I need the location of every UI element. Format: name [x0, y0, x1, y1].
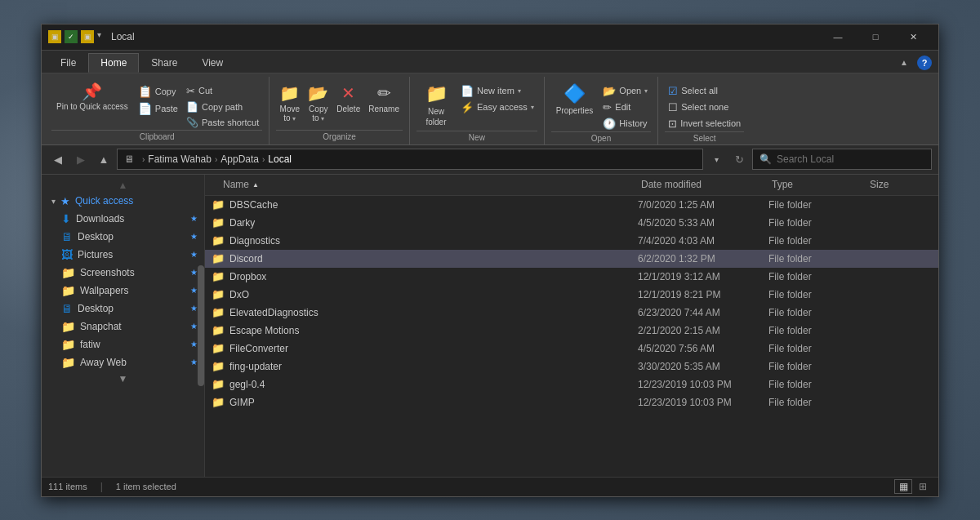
history-icon: 🕐 [603, 118, 616, 130]
copy-button[interactable]: 📋 Copy [135, 83, 181, 100]
ribbon-tabs: File Home Share View ▲ ? [42, 51, 938, 73]
sidebar-item-downloads[interactable]: ⬇ Downloads ★ [42, 210, 204, 228]
table-row[interactable]: 📁 GIMP 12/23/2019 10:03 PM File folder [205, 393, 938, 411]
file-name-text: DBSCache [229, 199, 278, 211]
invert-selection-button[interactable]: ⊡ Invert selection [665, 116, 744, 131]
sidebar-item-desktop-2[interactable]: 🖥 Desktop ★ [42, 300, 204, 318]
history-button[interactable]: 🕐 History [599, 116, 651, 131]
refresh-button[interactable]: ↻ [729, 149, 749, 169]
view-details-button[interactable]: ▦ [894, 479, 912, 494]
edit-button[interactable]: ✏ Edit [599, 100, 651, 115]
properties-button[interactable]: 🔷 Properties [551, 80, 599, 118]
table-row[interactable]: 📁 Dropbox 12/1/2019 3:12 AM File folder [205, 268, 938, 286]
col-name-sort: ▲ [252, 181, 259, 189]
table-row[interactable]: 📁 DBSCache 7/0/2020 1:25 AM File folder [205, 196, 938, 214]
paste-shortcut-label: Paste shortcut [202, 118, 259, 127]
sidebar-item-away-web[interactable]: 📁 Away Web ★ [42, 353, 204, 371]
properties-label: Properties [556, 106, 594, 115]
easy-access-button[interactable]: ⚡ Easy access ▾ [457, 100, 537, 115]
file-type: File folder [768, 325, 866, 336]
sidebar-item-pictures[interactable]: 🖼 Pictures ★ [42, 246, 204, 264]
copy-label: Copy [155, 87, 176, 96]
table-row[interactable]: 📁 DxO 12/1/2019 8:21 PM File folder [205, 286, 938, 304]
view-large-icons-button[interactable]: ⊞ [914, 479, 932, 494]
rename-button[interactable]: ✏ Rename [365, 80, 403, 117]
path-segment-2[interactable]: AppData [220, 153, 259, 165]
select-all-button[interactable]: ☑ Select all [665, 83, 744, 99]
cut-label: Cut [198, 86, 212, 96]
file-name-text: Dropbox [229, 271, 266, 282]
path-dropdown-button[interactable]: ▾ [706, 149, 726, 169]
table-row[interactable]: 📁 gegl-0.4 12/23/2019 10:03 PM File fold… [205, 376, 938, 393]
selection-status: 1 item selected [116, 482, 176, 491]
address-path[interactable]: 🖥 › Fatima Wahab › AppData › Local [117, 149, 703, 170]
sidebar-scroll-up[interactable]: ▲ [42, 178, 204, 193]
paste-shortcut-button[interactable]: 📎 Paste shortcut [183, 115, 262, 130]
col-header-date[interactable]: Date modified [638, 179, 768, 190]
table-row[interactable]: 📁 ElevatedDiagnostics 6/23/2020 7:44 AM … [205, 304, 938, 322]
col-header-name[interactable]: Name ▲ [220, 179, 638, 190]
search-box[interactable]: 🔍 [752, 149, 932, 170]
ribbon-collapse-button[interactable]: ▲ [894, 53, 914, 73]
breadcrumb-home-icon: 🖥 [124, 153, 134, 165]
select-group: ☑ Select all ☐ Select none ⊡ Invert sele… [658, 77, 751, 144]
search-input[interactable] [777, 153, 924, 165]
sidebar-item-wallpapers[interactable]: 📁 Wallpapers ★ [42, 282, 204, 300]
tab-view[interactable]: View [189, 53, 235, 73]
tab-share[interactable]: Share [139, 53, 189, 73]
close-button[interactable]: ✕ [894, 24, 932, 50]
rename-label: Rename [368, 104, 399, 113]
forward-button[interactable]: ▶ [71, 149, 91, 169]
col-header-type[interactable]: Type [768, 179, 866, 190]
table-row[interactable]: 📁 FileConverter 4/5/2020 7:56 AM File fo… [205, 340, 938, 358]
back-button[interactable]: ◀ [48, 149, 68, 169]
select-none-button[interactable]: ☐ Select none [665, 100, 744, 115]
file-list-container: Name ▲ Date modified Type Size 📁 [205, 175, 938, 477]
table-row[interactable]: 📁 Darky 4/5/2020 5:33 AM File folder [205, 214, 938, 232]
tab-home[interactable]: Home [88, 53, 139, 73]
sidebar: ▲ ▾ ★ Quick access ⬇ Downloads ★ 🖥 Deskt… [42, 175, 205, 477]
copy-to-icon: 📂 [308, 83, 328, 103]
folder-icon: 📁 [212, 198, 225, 211]
table-row[interactable]: 📁 Escape Motions 2/21/2020 2:15 AM File … [205, 322, 938, 340]
sidebar-item-quick-access[interactable]: ▾ ★ Quick access [42, 193, 204, 210]
open-button[interactable]: 📂 Open ▾ [599, 83, 651, 99]
clipboard-small-col: 📋 Copy 📄 Paste [135, 80, 181, 117]
up-button[interactable]: ▲ [94, 149, 114, 169]
copy-to-button[interactable]: 📂 Copyto ▾ [305, 80, 332, 126]
desktop-2-label: Desktop [78, 303, 114, 314]
file-type: File folder [768, 397, 866, 408]
minimize-button[interactable]: — [819, 24, 857, 50]
path-segment-1[interactable]: Fatima Wahab [148, 153, 212, 165]
sidebar-item-snapchat[interactable]: 📁 Snapchat ★ [42, 318, 204, 336]
move-to-icon: 📁 [279, 83, 300, 103]
open-arrow: ▾ [644, 87, 648, 95]
downloads-pin-icon: ★ [190, 214, 198, 223]
help-button[interactable]: ? [917, 56, 932, 70]
table-row-selected[interactable]: 📁 Discord 6/2/2020 1:32 PM File folder [205, 250, 938, 268]
table-row[interactable]: 📁 fing-updater 3/30/2020 5:35 AM File fo… [205, 358, 938, 376]
cut-button[interactable]: ✂ Cut [183, 83, 262, 99]
move-to-button[interactable]: 📁 Moveto ▾ [276, 80, 303, 126]
path-segment-3[interactable]: Local [268, 153, 292, 165]
select-none-icon: ☐ [668, 101, 678, 113]
copy-path-icon: 📄 [186, 101, 198, 113]
sidebar-scroll-down[interactable]: ▼ [42, 371, 204, 386]
table-row[interactable]: 📁 Diagnostics 7/4/2020 4:03 AM File fold… [205, 232, 938, 250]
col-header-size[interactable]: Size [866, 179, 932, 190]
new-folder-button[interactable]: 📁 Newfolder [416, 80, 456, 131]
sidebar-item-desktop-1[interactable]: 🖥 Desktop ★ [42, 228, 204, 246]
sidebar-item-fatiw[interactable]: 📁 fatiw ★ [42, 336, 204, 353]
status-bar: 111 items | 1 item selected ▦ ⊞ [42, 477, 938, 496]
file-name-text: FileConverter [229, 343, 288, 354]
edit-icon: ✏ [603, 101, 612, 113]
new-item-button[interactable]: 📄 New item ▾ [457, 83, 537, 99]
maximize-button[interactable]: □ [857, 24, 894, 50]
paste-button[interactable]: 📄 Paste [135, 100, 181, 117]
tab-file[interactable]: File [48, 53, 88, 73]
delete-button[interactable]: ✕ Delete [333, 80, 363, 117]
away-web-pin-icon: ★ [190, 358, 198, 367]
copy-path-button[interactable]: 📄 Copy path [183, 100, 262, 114]
pin-quick-access-button[interactable]: 📌 Pin to Quick access [51, 80, 133, 115]
sidebar-item-screenshots[interactable]: 📁 Screenshots ★ [42, 264, 204, 282]
